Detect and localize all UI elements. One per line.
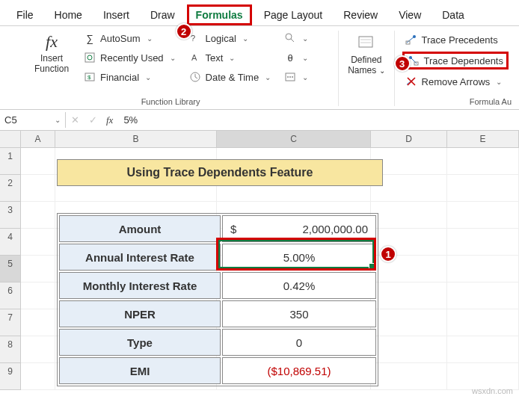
remove-arrows-icon bbox=[405, 75, 417, 87]
tab-home[interactable]: Home bbox=[46, 4, 91, 25]
svg-rect-12 bbox=[359, 37, 372, 47]
tab-view[interactable]: View bbox=[390, 4, 430, 25]
datetime-button[interactable]: Date & Time⌄ bbox=[186, 70, 274, 84]
cell[interactable] bbox=[371, 336, 447, 363]
check-icon: ✓ bbox=[89, 114, 97, 126]
tab-review[interactable]: Review bbox=[334, 4, 387, 25]
logical-label: Logical bbox=[206, 33, 236, 44]
autosum-button[interactable]: ∑AutoSum⌄ bbox=[81, 31, 179, 46]
amount-value[interactable]: $2,000,000.00 bbox=[222, 215, 376, 242]
chevron-down-icon: ⌄ bbox=[265, 73, 271, 81]
cell[interactable] bbox=[447, 282, 519, 309]
cell[interactable] bbox=[21, 282, 55, 309]
col-head-a[interactable]: A bbox=[21, 131, 55, 148]
monthly-rate-value[interactable]: 0.42% bbox=[222, 272, 376, 299]
theta-icon: θ bbox=[284, 52, 296, 64]
group-formula-auditing: Trace Precedents Trace Dependents 3 Remo… bbox=[395, 31, 516, 106]
table-row: EMI($10,869.51) bbox=[59, 357, 376, 384]
chevron-down-icon: ⌄ bbox=[242, 34, 248, 43]
col-head-c[interactable]: C bbox=[217, 131, 371, 148]
type-value[interactable]: 0 bbox=[222, 329, 376, 356]
row-head-4[interactable]: 4 bbox=[0, 229, 21, 256]
cell[interactable] bbox=[447, 202, 519, 229]
amount-label: Amount bbox=[59, 215, 221, 242]
remove-arrows-button[interactable]: Remove Arrows⌄ bbox=[402, 74, 509, 89]
row-head-3[interactable]: 3 bbox=[0, 202, 21, 229]
fx-button[interactable]: fx bbox=[102, 114, 117, 126]
row-head-1[interactable]: 1 bbox=[0, 148, 21, 175]
annual-rate-value[interactable]: 5.00% bbox=[222, 244, 376, 271]
cell[interactable] bbox=[447, 336, 519, 363]
name-box-value: C5 bbox=[4, 114, 17, 126]
cell[interactable] bbox=[21, 363, 55, 390]
tab-data[interactable]: Data bbox=[433, 4, 473, 25]
cell[interactable] bbox=[371, 282, 447, 309]
tab-page-layout[interactable]: Page Layout bbox=[255, 4, 332, 25]
insert-function-button[interactable]: fx InsertFunction bbox=[30, 31, 73, 76]
col-head-b[interactable]: B bbox=[55, 131, 217, 148]
trace-precedents-button[interactable]: Trace Precedents bbox=[402, 32, 509, 47]
library-col2: ?Logical⌄ AText⌄ Date & Time⌄ 2 bbox=[186, 31, 274, 84]
svg-point-10 bbox=[289, 76, 291, 78]
trace-dependents-button[interactable]: Trace Dependents 3 bbox=[402, 52, 509, 70]
math-button[interactable]: θ⌄ bbox=[281, 50, 311, 65]
cell[interactable] bbox=[447, 229, 519, 256]
formula-bar-row: C5⌄ ✕ ✓ fx 5% bbox=[0, 110, 519, 131]
table-row: NPER350 bbox=[59, 300, 376, 327]
col-head-e[interactable]: E bbox=[447, 131, 519, 148]
name-box[interactable]: C5⌄ bbox=[0, 112, 66, 128]
chevron-down-icon: ⌄ bbox=[170, 54, 176, 62]
row-head-2[interactable]: 2 bbox=[0, 175, 21, 202]
cell[interactable] bbox=[447, 309, 519, 336]
text-button[interactable]: AText⌄ bbox=[186, 50, 274, 65]
recently-label: Recently Used bbox=[100, 52, 164, 64]
currency-symbol: $ bbox=[230, 223, 236, 235]
svg-point-11 bbox=[292, 76, 293, 78]
nper-value[interactable]: 350 bbox=[222, 300, 376, 327]
formula-auditing-group-label: Formula Au bbox=[399, 96, 512, 106]
defined-names-button[interactable]: DefinedNames ⌄ bbox=[343, 31, 389, 78]
tab-file[interactable]: File bbox=[7, 4, 43, 25]
row-head-7[interactable]: 7 bbox=[0, 309, 21, 336]
trace-precedents-label: Trace Precedents bbox=[422, 34, 498, 46]
autosum-label: AutoSum bbox=[100, 33, 140, 44]
table-row: Annual Interest Rate5.00% bbox=[59, 244, 376, 271]
more-functions-button[interactable]: ⌄ bbox=[281, 70, 311, 84]
col-head-d[interactable]: D bbox=[371, 131, 447, 148]
financial-button[interactable]: $Financial⌄ bbox=[81, 70, 179, 84]
cell[interactable] bbox=[371, 309, 447, 336]
tab-draw[interactable]: Draw bbox=[141, 4, 184, 25]
emi-value[interactable]: ($10,869.51) bbox=[222, 357, 376, 384]
cell[interactable] bbox=[447, 175, 519, 202]
row-head-5[interactable]: 5 bbox=[0, 256, 21, 282]
cell[interactable] bbox=[21, 256, 55, 282]
cell[interactable] bbox=[21, 336, 55, 363]
defined-names-label: DefinedNames ⌄ bbox=[348, 55, 384, 76]
lookup-button[interactable]: ⌄ bbox=[281, 31, 311, 46]
enter-formula-button[interactable]: ✓ bbox=[84, 114, 102, 126]
cancel-formula-button[interactable]: ✕ bbox=[66, 114, 84, 126]
row-head-9[interactable]: 9 bbox=[0, 363, 21, 390]
cell[interactable] bbox=[21, 202, 55, 229]
sigma-icon: ∑ bbox=[84, 32, 96, 44]
tab-insert[interactable]: Insert bbox=[94, 4, 138, 25]
cell[interactable] bbox=[371, 202, 447, 229]
row-head-8[interactable]: 8 bbox=[0, 336, 21, 363]
recently-used-button[interactable]: Recently Used⌄ bbox=[81, 50, 179, 65]
row-head-6[interactable]: 6 bbox=[0, 282, 21, 309]
cell[interactable] bbox=[21, 148, 55, 175]
formula-bar-input[interactable]: 5% bbox=[117, 112, 519, 128]
callout-1: 1 bbox=[380, 246, 396, 262]
cell[interactable] bbox=[21, 309, 55, 336]
cell[interactable] bbox=[447, 256, 519, 282]
select-all-corner[interactable] bbox=[0, 131, 21, 148]
tab-formulas[interactable]: Formulas bbox=[187, 4, 252, 25]
cell[interactable] bbox=[371, 363, 447, 390]
logical-button[interactable]: ?Logical⌄ bbox=[186, 31, 274, 46]
table-row: Type0 bbox=[59, 329, 376, 356]
svg-rect-0 bbox=[85, 53, 94, 62]
cell[interactable] bbox=[21, 229, 55, 256]
cell[interactable] bbox=[447, 148, 519, 175]
cell[interactable] bbox=[21, 175, 55, 202]
worksheet-area: A B C D E 1 2 3 4 5 6 7 8 9 Using Trace … bbox=[0, 131, 519, 400]
